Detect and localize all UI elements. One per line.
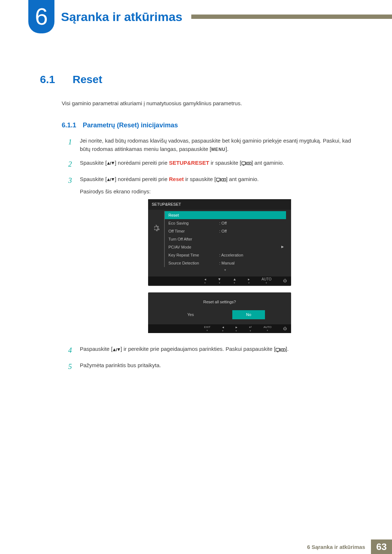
osd-power-icon: ⏻	[283, 327, 287, 331]
dialog-choices: Yes No	[148, 308, 291, 324]
step-number: 3	[68, 175, 75, 340]
osd-nav-left-icon: ◂▾	[222, 325, 224, 332]
svg-rect-3	[242, 162, 245, 165]
chapter-title-row: Sąranka ir atkūrimas	[61, 10, 392, 24]
osd-side-icon	[148, 210, 164, 276]
step-body: Jei norite, kad būtų rodomas klavišų vad…	[80, 136, 359, 153]
setup-reset-keyword: SETUP&RESET	[169, 160, 209, 166]
osd-row-source: Source Detection: Manual	[164, 259, 286, 267]
osd-row-pcav: PC/AV Mode▶	[164, 243, 286, 251]
step-1: 1 Jei norite, kad būtų rodomas klavišų v…	[68, 136, 359, 153]
gear-icon	[152, 224, 160, 232]
menu-keyword: MENU	[211, 147, 225, 152]
chapter-title: Sąranka ir atkūrimas	[61, 10, 183, 24]
page-content: 6.1 Reset Visi gaminio parametrai atkuri…	[0, 73, 392, 372]
section-heading: 6.1 Reset	[40, 73, 359, 86]
svg-rect-17	[116, 348, 117, 351]
step-body: Pažymėta parinktis bus pritaikyta.	[80, 361, 359, 372]
dialog-yes: Yes	[174, 310, 207, 319]
svg-marker-18	[117, 348, 120, 351]
osd-auto-label: AUTO▾	[261, 278, 271, 284]
svg-marker-8	[107, 178, 110, 181]
footer-page-number: 63	[371, 539, 392, 554]
page-footer: 6 Sąranka ir atkūrimas 63	[0, 539, 392, 554]
dialog-question: Reset all settings?	[148, 292, 291, 308]
subsection-title: Parametrų (Reset) inicijavimas	[83, 122, 178, 129]
subsection-heading: 6.1.1 Parametrų (Reset) inicijavimas	[62, 122, 359, 129]
osd-enter-icon: ↵▾	[249, 325, 252, 332]
up-down-icon	[107, 175, 115, 184]
svg-marker-2	[111, 162, 114, 165]
osd-row-keyrepeat: Key Repeat Time: Acceleration	[164, 251, 286, 259]
osd-more-indicator: ▾	[164, 268, 286, 273]
step-body: Paspauskite [] ir pereikite prie pageida…	[80, 345, 359, 356]
step3-note: Pasirodys šis ekrano rodinys:	[80, 187, 359, 196]
header-bar	[191, 15, 392, 19]
osd-preview: SETUP&RESET Reset Eco Saving: Off Off Ti…	[80, 199, 359, 333]
svg-rect-13	[220, 178, 221, 181]
svg-marker-15	[223, 179, 225, 181]
osd-title: SETUP&RESET	[148, 199, 291, 210]
monitor-source-icon	[216, 175, 226, 184]
osd-body: Reset Eco Saving: Off Off Timer: Off Tur…	[148, 210, 291, 276]
footer-label: 6 Sąranka ir atkūrimas	[0, 539, 371, 554]
step-2: 2 Spauskite [] norėdami pereiti prie SET…	[68, 159, 359, 170]
osd-row-offtimer: Off Timer: Off	[164, 227, 286, 235]
osd-row-turnoff: Turn Off After	[164, 235, 286, 243]
svg-marker-10	[111, 178, 114, 181]
dialog-bottom-bar: EXIT▾ ◂▾ ▸▾ ↵▾ AUTO▾ ⏻	[148, 324, 291, 333]
steps-list: 1 Jei norite, kad būtų rodomas klavišų v…	[68, 136, 359, 372]
svg-rect-1	[110, 162, 111, 165]
svg-rect-5	[246, 162, 246, 165]
chapter-header: 6 Sąranka ir atkūrimas	[0, 0, 392, 33]
osd-auto-label: AUTO▾	[264, 326, 271, 332]
dialog-no: No	[232, 310, 265, 319]
osd-menu: SETUP&RESET Reset Eco Saving: Off Off Ti…	[148, 199, 291, 286]
osd-list: Reset Eco Saving: Off Off Timer: Off Tur…	[164, 210, 291, 276]
svg-rect-21	[280, 348, 281, 352]
dialog-exit-label: EXIT▾	[204, 326, 211, 332]
osd-row-reset: Reset	[164, 211, 286, 219]
section-number: 6.1	[40, 73, 62, 86]
svg-rect-9	[110, 178, 111, 181]
subsection-number: 6.1.1	[62, 122, 76, 129]
osd-bottom-bar: ◂▾ ▼▾ ▲▾ ▸▾ AUTO▾ ⏻	[148, 276, 291, 285]
step-number: 2	[68, 159, 75, 170]
step-body: Spauskite [] norėdami pereiti prie SETUP…	[80, 159, 359, 170]
step-number: 4	[68, 345, 75, 356]
osd-row-eco: Eco Saving: Off	[164, 219, 286, 227]
step-body: Spauskite [] norėdami pereiti prie Reset…	[80, 175, 359, 340]
step-number: 5	[68, 361, 75, 372]
reset-dialog: Reset all settings? Yes No EXIT▾ ◂▾ ▸▾ ↵…	[148, 292, 291, 333]
monitor-source-icon	[241, 159, 252, 167]
svg-marker-7	[249, 163, 250, 164]
step-number: 1	[68, 136, 75, 153]
osd-power-icon: ⏻	[283, 279, 287, 283]
osd-nav-right-icon: ▸▾	[236, 325, 237, 332]
step-5: 5 Pažymėta parinktis bus pritaikyta.	[68, 361, 359, 372]
chapter-number-tab: 6	[28, 0, 54, 33]
osd-nav-left-icon: ◂▾	[204, 278, 206, 284]
svg-rect-19	[276, 348, 279, 351]
osd-nav-up-icon: ▲▾	[233, 278, 236, 284]
section-title: Reset	[73, 73, 102, 86]
monitor-source-icon	[275, 345, 286, 354]
reset-keyword: Reset	[169, 176, 184, 182]
up-down-icon	[107, 159, 115, 167]
right-arrow-icon: ▶	[281, 245, 284, 250]
up-down-icon	[113, 345, 121, 354]
svg-rect-11	[216, 178, 220, 181]
osd-nav-right-icon: ▸▾	[248, 278, 250, 284]
step-3: 3 Spauskite [] norėdami pereiti prie Res…	[68, 175, 359, 340]
section-intro-text: Visi gaminio parametrai atkuriami į numa…	[62, 100, 359, 106]
svg-marker-0	[107, 162, 110, 165]
svg-marker-23	[283, 349, 284, 351]
osd-nav-down-icon: ▼▾	[218, 278, 221, 284]
step-4: 4 Paspauskite [] ir pereikite prie pagei…	[68, 345, 359, 356]
svg-marker-16	[113, 348, 116, 351]
